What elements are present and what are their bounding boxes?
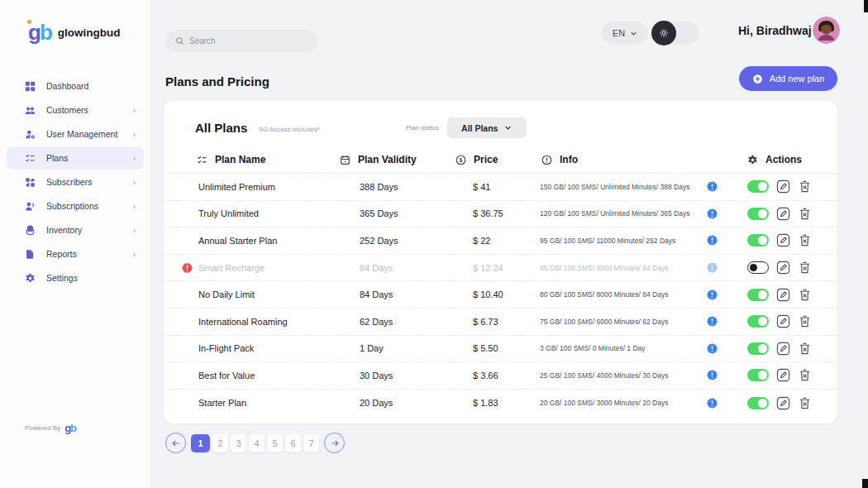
chevron-down-icon — [630, 30, 637, 37]
delete-plan-button[interactable] — [798, 288, 812, 302]
edit-plan-button[interactable] — [776, 288, 790, 302]
sidebar-item-user-management[interactable]: User Management › — [7, 122, 144, 146]
search-bar[interactable] — [165, 30, 318, 52]
sidebar: gb glowingbud Dashboard › Customers › Us… — [0, 0, 151, 488]
actions-cell — [727, 342, 818, 356]
chevron-down-icon — [504, 124, 512, 132]
delete-plan-button[interactable] — [798, 207, 812, 221]
column-header-price: $ Price — [454, 154, 538, 165]
plan-enabled-toggle[interactable] — [747, 180, 769, 193]
pagination-prev-button[interactable] — [165, 433, 186, 453]
customers-icon — [25, 104, 36, 116]
delete-plan-button[interactable] — [798, 179, 812, 194]
user-greeting: Hi, Biradhwaj — [738, 24, 812, 37]
plan-enabled-toggle[interactable] — [747, 397, 769, 409]
edit-plan-button[interactable] — [776, 207, 790, 221]
add-new-plan-button[interactable]: Add new plan — [739, 66, 837, 91]
page-button-5[interactable]: 5 — [267, 434, 283, 452]
edit-plan-button[interactable] — [776, 261, 790, 275]
sidebar-item-label: User Management — [46, 129, 133, 139]
delete-plan-button[interactable] — [798, 314, 812, 328]
theme-toggle[interactable] — [652, 22, 699, 45]
edit-plan-button[interactable] — [776, 314, 790, 328]
delete-plan-button[interactable] — [798, 368, 812, 382]
info-cell: 85 GB/ 100 SMS/ 9000 Minutes/ 84 Days — [538, 262, 727, 273]
page-button-3[interactable]: 3 — [231, 434, 246, 452]
plan-enabled-toggle[interactable] — [747, 369, 769, 381]
plans-card-title: All Plans — [195, 121, 247, 135]
table-row: In-Flight Pack 1 Day $ 5.50 3 GB/ 100 SM… — [164, 336, 837, 363]
actions-cell — [727, 314, 818, 328]
sidebar-item-customers[interactable]: Customers › — [7, 98, 144, 122]
sun-icon — [659, 28, 669, 38]
page-button-1[interactable]: 1 — [191, 434, 210, 452]
delete-plan-button[interactable] — [798, 261, 812, 275]
scrollbar-thumb-top[interactable] — [864, 0, 868, 12]
info-badge-icon[interactable] — [707, 398, 718, 409]
user-management-icon — [25, 128, 36, 140]
chevron-right-icon: › — [133, 250, 136, 259]
pagination-next-button[interactable] — [324, 433, 345, 453]
sidebar-item-settings[interactable]: Settings › — [7, 266, 144, 289]
edit-pencil-icon — [776, 396, 790, 410]
plan-enabled-toggle[interactable] — [747, 234, 769, 246]
plans-card-subtitle: 5G Access Included* — [259, 126, 320, 133]
delete-plan-button[interactable] — [798, 396, 812, 410]
info-cell: 75 GB/ 100 SMS/ 6000 Minutes/ 62 Days — [538, 316, 727, 327]
plan-enabled-toggle[interactable] — [747, 315, 769, 328]
info-badge-icon[interactable] — [707, 262, 718, 273]
table-row: Smart Recharge 84 Days $ 12.24 85 GB/ 10… — [164, 255, 837, 282]
price-cell: $ 3.66 — [454, 371, 538, 380]
plan-name-cell: No Daily Limit — [184, 289, 340, 299]
info-badge-icon[interactable] — [707, 235, 718, 246]
dollar-circle-icon: $ — [455, 155, 466, 165]
plan-status-label: Plan status — [406, 124, 439, 132]
page-button-7[interactable]: 7 — [303, 434, 319, 452]
sidebar-item-dashboard[interactable]: Dashboard › — [7, 74, 144, 98]
sidebar-item-inventory[interactable]: Inventory › — [7, 218, 144, 242]
edit-plan-button[interactable] — [776, 342, 790, 356]
info-badge-icon[interactable] — [707, 208, 718, 219]
language-selector[interactable]: EN — [602, 22, 648, 45]
delete-plan-button[interactable] — [798, 342, 812, 356]
actions-cell — [727, 261, 818, 275]
delete-plan-button[interactable] — [798, 233, 812, 247]
info-badge-icon[interactable] — [707, 370, 718, 380]
page-button-4[interactable]: 4 — [249, 434, 265, 452]
search-input[interactable] — [189, 36, 297, 45]
edit-plan-button[interactable] — [776, 179, 790, 194]
plan-enabled-toggle[interactable] — [747, 289, 769, 301]
search-icon — [175, 36, 184, 45]
gear-icon — [747, 155, 758, 165]
price-cell: $ 6.73 — [454, 317, 538, 327]
dashboard-icon — [25, 80, 36, 92]
plan-name-cell: Best for Value — [184, 371, 340, 380]
plan-status-dropdown[interactable]: All Plans — [447, 117, 527, 138]
sidebar-item-reports[interactable]: Reports › — [7, 242, 144, 266]
info-badge-icon[interactable] — [707, 316, 718, 327]
page-button-2[interactable]: 2 — [212, 434, 228, 452]
scrollbar-corner — [862, 479, 868, 488]
page-title: Plans and Pricing — [165, 74, 269, 89]
column-header-plan-name: Plan Name — [184, 154, 340, 165]
sidebar-item-plans[interactable]: Plans › — [7, 146, 144, 170]
sidebar-item-subscribers[interactable]: Subscribers › — [7, 170, 144, 194]
plan-enabled-toggle[interactable] — [747, 208, 769, 220]
plans-card: All Plans 5G Access Included* Plan statu… — [164, 101, 837, 423]
sidebar-item-subscriptions[interactable]: Subscriptions › — [7, 194, 144, 218]
chevron-right-icon: › — [133, 106, 136, 115]
trash-icon — [798, 342, 812, 356]
info-badge-icon[interactable] — [707, 343, 718, 354]
info-badge-icon[interactable] — [707, 289, 718, 300]
glowingbud-mini-logo-icon: gb — [64, 423, 76, 433]
edit-plan-button[interactable] — [776, 368, 790, 382]
edit-plan-button[interactable] — [776, 396, 790, 410]
subscriptions-icon — [25, 200, 36, 212]
plan-enabled-toggle[interactable] — [747, 261, 769, 274]
user-avatar[interactable] — [813, 17, 840, 44]
edit-plan-button[interactable] — [776, 233, 790, 247]
plan-enabled-toggle[interactable] — [747, 342, 769, 355]
info-cell: 150 GB/ 100 SMS/ Unlimited Minutes/ 388 … — [538, 181, 727, 192]
info-badge-icon[interactable] — [707, 181, 718, 192]
page-button-6[interactable]: 6 — [285, 434, 301, 452]
